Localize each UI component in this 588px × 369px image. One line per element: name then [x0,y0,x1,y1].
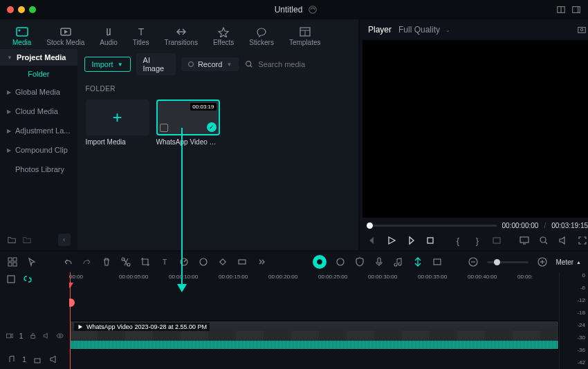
tl-marker-icon[interactable] [412,256,423,267]
zoom-out-icon[interactable] [468,256,479,267]
fullscreen-icon[interactable] [577,235,588,246]
window-maximize[interactable] [29,6,36,13]
layout-icon[interactable] [556,5,566,15]
svg-rect-48 [6,334,10,338]
tl-more-icon[interactable] [256,256,267,267]
import-button[interactable]: Import ▼ [84,57,131,72]
tl-split-icon[interactable] [120,256,131,267]
clip-video-icon [77,323,84,330]
quality-dropdown[interactable]: Full Quality ⌄ [398,25,450,35]
tab-effects[interactable]: Effects [206,23,241,49]
sidebar-folder[interactable]: Folder [0,66,77,82]
svg-rect-53 [35,359,40,363]
tab-media[interactable]: Media [6,23,38,49]
tl-delete-icon[interactable] [101,256,112,267]
tl-shield-icon[interactable] [354,256,365,267]
mark-out-icon[interactable]: } [472,235,483,246]
video-track-icon [6,330,13,341]
sidebar-project-media[interactable]: ▼ Project Media [0,49,77,66]
media-clip-tile[interactable]: 00:03:19 ✓ WhatsApp Video 202... [156,100,220,146]
tab-stickers[interactable]: Stickers [242,23,281,49]
tl-text-icon[interactable]: T [159,256,170,267]
tl-keyframe-icon[interactable] [217,256,228,267]
track-lock-icon[interactable] [29,330,37,341]
next-frame-icon[interactable] [405,235,416,246]
sidebar-item-global-media[interactable]: ▶Global Media [0,82,77,102]
snapshot-icon[interactable] [577,25,587,35]
tl-undo-icon[interactable] [62,256,73,267]
templates-icon [298,26,312,37]
svg-rect-23 [428,238,433,243]
tab-templates-label: Templates [289,39,321,46]
zoom-slider-handle[interactable] [494,259,500,265]
scrubber[interactable] [367,225,497,227]
timeline-clip[interactable]: WhatsApp Video 2023-09-28 at 2.55.00 PM [69,321,559,350]
volume-icon[interactable] [558,235,569,246]
tl-select-icon[interactable] [7,256,18,267]
record-label: Record [198,60,222,68]
meter-toggle[interactable]: Meter▲ [556,258,582,266]
tab-templates[interactable]: Templates [282,23,328,49]
zoom-icon[interactable] [538,235,549,246]
clip-waveform [70,341,558,349]
cloud-sync-icon[interactable] [308,5,318,15]
chevron-right-icon: ▶ [7,128,11,134]
svg-point-6 [18,30,20,32]
play-icon[interactable] [386,235,397,246]
ai-image-button[interactable]: AI Image [136,53,176,75]
svg-rect-31 [8,263,12,266]
tl-crop-icon[interactable] [140,256,151,267]
folder-icon[interactable] [22,235,32,245]
sidebar-item-compound-clip[interactable]: ▶Compound Clip [0,140,77,160]
mark-in-icon[interactable]: { [452,235,463,246]
tl-render-icon[interactable] [432,256,443,267]
window-close[interactable] [7,6,14,13]
tl-ai-icon[interactable] [313,255,327,269]
video-track-header[interactable]: 1 [0,319,69,352]
import-media-tile[interactable]: + Import Media [86,100,149,146]
svg-text:T: T [138,26,144,37]
sidebar-item-adjustment-layer[interactable]: ▶Adjustment La... [0,121,77,140]
tl-redo-icon[interactable] [82,256,93,267]
window-minimize[interactable] [18,6,25,13]
svg-point-13 [246,62,251,66]
track-lock-icon[interactable] [32,354,43,365]
search-input[interactable] [258,60,353,68]
tl-color-icon[interactable] [198,256,209,267]
tab-titles[interactable]: T Titles [126,23,156,49]
sidebar-label: Cloud Media [15,107,58,115]
tl-mask-icon[interactable] [335,256,346,267]
zoom-slider[interactable] [487,261,529,263]
record-button[interactable]: Record ▼ [181,57,239,71]
track-visibility-icon[interactable] [56,330,64,341]
link-icon[interactable] [22,274,33,285]
ratio-icon[interactable] [491,235,502,246]
timeline-ruler[interactable]: 00:00 00:00:05:00 00:00:10:00 00:00:15:0… [69,272,559,286]
display-icon[interactable] [519,235,530,246]
tl-cursor-icon[interactable] [26,256,37,267]
audio-track-header[interactable]: 1 [0,352,69,366]
sidebar-item-cloud-media[interactable]: ▶Cloud Media [0,102,77,121]
player-viewport[interactable] [362,40,588,218]
tl-speed-icon[interactable] [178,256,190,267]
zoom-in-icon[interactable] [537,256,548,267]
track-mute-icon[interactable] [48,354,59,365]
new-folder-icon[interactable] [7,235,17,245]
stop-icon[interactable] [425,235,436,246]
tl-mic-icon[interactable] [374,256,385,267]
panel-icon[interactable] [571,5,581,15]
track-manage-icon[interactable] [6,274,17,285]
tab-audio[interactable]: Audio [93,23,125,49]
playhead[interactable] [70,272,71,369]
svg-rect-40 [378,258,380,263]
collapse-sidebar-button[interactable]: ‹ [58,234,71,246]
tl-group-icon[interactable] [237,256,248,267]
sidebar-item-photos-library[interactable]: Photos Library [0,160,77,179]
tab-transitions[interactable]: Transitions [157,23,205,49]
track-mute-icon[interactable] [42,330,50,341]
tab-stock-media[interactable]: Stock Media [39,23,91,49]
prev-frame-icon[interactable] [367,235,378,246]
playhead-handle[interactable] [69,299,75,307]
scrubber-handle[interactable] [367,223,373,229]
tl-music-icon[interactable] [393,256,404,267]
